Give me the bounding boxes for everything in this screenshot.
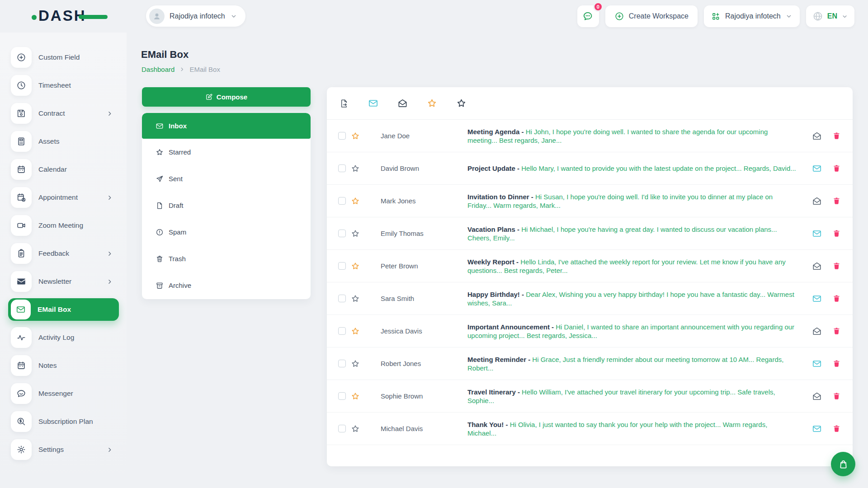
store-bag-button[interactable]: [831, 452, 855, 476]
email-row[interactable]: Jessica Davis Important Announcement - H…: [327, 315, 853, 347]
language-dropdown[interactable]: EN: [806, 5, 854, 27]
sidebar-nav: Custom Field Timesheet Contract Assets C…: [0, 33, 127, 464]
folder-spam[interactable]: Spam: [142, 219, 311, 245]
unstarred-filter-icon[interactable]: [456, 98, 467, 108]
sidebar-item-newsletter[interactable]: Newsletter: [0, 267, 127, 296]
email-snippet: Travel Itinerary - Hello William, I've a…: [467, 388, 812, 405]
delete-trash-icon[interactable]: [832, 424, 841, 433]
folder-starred[interactable]: Starred: [142, 139, 311, 165]
breadcrumb-dashboard-link[interactable]: Dashboard: [142, 66, 175, 73]
create-workspace-button[interactable]: Create Workspace: [605, 5, 698, 27]
folder-sent[interactable]: Sent: [142, 165, 311, 192]
sidebar-item-feedback[interactable]: Feedback: [0, 239, 127, 267]
sidebar-item-notes[interactable]: Notes: [0, 352, 127, 380]
folder-archive[interactable]: Archive: [142, 272, 311, 299]
delete-trash-icon[interactable]: [832, 131, 841, 140]
star-toggle-icon[interactable]: [351, 262, 360, 271]
email-subject: Invitation to Dinner -: [467, 193, 533, 201]
delete-trash-icon[interactable]: [832, 229, 841, 238]
star-toggle-icon[interactable]: [351, 359, 360, 368]
sidebar-item-custom-field[interactable]: Custom Field: [0, 43, 127, 71]
email-snippet: Thank You! - Hi Olivia, I just wanted to…: [467, 420, 812, 437]
row-checkbox[interactable]: [338, 295, 346, 302]
email-row[interactable]: Robert Jones Meeting Reminder - Hi Grace…: [327, 347, 853, 380]
delete-trash-icon[interactable]: [832, 327, 841, 335]
chat-button[interactable]: 0: [577, 5, 599, 27]
folder-trash[interactable]: Trash: [142, 245, 311, 272]
sidebar-item-subscription-plan[interactable]: Subscription Plan: [0, 408, 127, 436]
folder-inbox[interactable]: Inbox: [142, 113, 311, 139]
read-envelope-open-icon[interactable]: [812, 131, 822, 141]
unread-envelope-icon[interactable]: [812, 359, 822, 369]
row-checkbox[interactable]: [338, 132, 346, 140]
sidebar-item-timesheet[interactable]: Timesheet: [0, 71, 127, 99]
star-toggle-icon[interactable]: [351, 164, 360, 173]
folder-draft[interactable]: Draft: [142, 192, 311, 219]
unread-envelope-icon[interactable]: [812, 294, 822, 304]
sidebar-item-calendar[interactable]: Calendar: [0, 155, 127, 183]
email-row[interactable]: Sophie Brown Travel Itinerary - Hello Wi…: [327, 380, 853, 413]
star-toggle-icon[interactable]: [351, 392, 360, 401]
export-note-icon[interactable]: [339, 99, 349, 108]
star-toggle-icon[interactable]: [351, 424, 360, 433]
sidebar-item-label: Zoom Meeting: [38, 221, 83, 230]
user-profile-dropdown[interactable]: Rajodiya infotech: [146, 5, 245, 27]
unread-envelope-icon[interactable]: [812, 164, 822, 174]
sidebar-item-activity-log[interactable]: Activity Log: [0, 324, 127, 352]
delete-trash-icon[interactable]: [832, 392, 841, 400]
delete-trash-icon[interactable]: [832, 197, 841, 205]
row-checkbox[interactable]: [338, 164, 346, 172]
row-checkbox[interactable]: [338, 262, 346, 270]
sidebar-item-settings[interactable]: Settings: [0, 436, 127, 464]
email-sender: Jessica Davis: [381, 327, 467, 335]
sidebar-item-email-box[interactable]: EMail Box: [8, 298, 119, 321]
mark-read-envelope-icon[interactable]: [397, 98, 408, 108]
sidebar-item-label: Subscription Plan: [38, 418, 93, 426]
row-checkbox[interactable]: [338, 230, 346, 237]
row-actions: [812, 359, 841, 369]
read-envelope-open-icon[interactable]: [812, 391, 822, 401]
delete-trash-icon[interactable]: [832, 359, 841, 368]
row-checkbox[interactable]: [338, 392, 346, 400]
email-subject: Travel Itinerary -: [467, 388, 520, 396]
row-checkbox[interactable]: [338, 327, 346, 335]
delete-trash-icon[interactable]: [832, 262, 841, 270]
messenger-icon: [11, 383, 32, 404]
email-row[interactable]: Jane Doe Meeting Agenda - Hi John, I hop…: [327, 120, 853, 152]
mark-unread-envelope-icon[interactable]: [368, 98, 378, 108]
starred-filter-icon[interactable]: [427, 98, 437, 108]
star-toggle-icon[interactable]: [351, 197, 360, 206]
star-toggle-icon[interactable]: [351, 131, 360, 141]
delete-trash-icon[interactable]: [832, 164, 841, 173]
star-toggle-icon[interactable]: [351, 327, 360, 336]
email-row[interactable]: Sara Smith Happy Birthday! - Dear Alex, …: [327, 282, 853, 315]
app-logo[interactable]: DASH: [33, 7, 100, 25]
row-checkbox[interactable]: [338, 360, 346, 367]
chevron-right-icon: [106, 194, 113, 201]
read-envelope-open-icon[interactable]: [812, 196, 822, 206]
read-envelope-open-icon[interactable]: [812, 326, 822, 336]
email-row[interactable]: Peter Brown Weekly Report - Hello Linda,…: [327, 250, 853, 282]
row-checkbox[interactable]: [338, 197, 346, 205]
unread-envelope-icon[interactable]: [812, 229, 822, 239]
sidebar-item-zoom-meeting[interactable]: Zoom Meeting: [0, 211, 127, 239]
gear-icon: [11, 439, 32, 460]
email-row[interactable]: Michael Davis Thank You! - Hi Olivia, I …: [327, 413, 853, 445]
sidebar-item-assets[interactable]: Assets: [0, 127, 127, 155]
email-row[interactable]: Emily Thomas Vacation Plans - Hi Michael…: [327, 217, 853, 250]
compose-button[interactable]: Compose: [142, 87, 311, 107]
star-toggle-icon[interactable]: [351, 294, 360, 303]
read-envelope-open-icon[interactable]: [812, 261, 822, 271]
star-toggle-icon[interactable]: [351, 229, 360, 238]
unread-envelope-icon[interactable]: [812, 424, 822, 434]
sidebar-item-messenger[interactable]: Messenger: [0, 380, 127, 408]
logo-dot-accent: [32, 15, 37, 20]
sidebar-item-appointment[interactable]: Appointment: [0, 183, 127, 211]
workspace-dropdown[interactable]: Rajodiya infotech: [704, 5, 800, 27]
row-checkbox[interactable]: [338, 425, 346, 432]
sidebar-item-label: Contract: [38, 109, 65, 117]
delete-trash-icon[interactable]: [832, 294, 841, 303]
sidebar-item-contract[interactable]: Contract: [0, 99, 127, 127]
email-row[interactable]: Mark Jones Invitation to Dinner - Hi Sus…: [327, 185, 853, 217]
email-row[interactable]: David Brown Project Update - Hello Mary,…: [327, 152, 853, 185]
